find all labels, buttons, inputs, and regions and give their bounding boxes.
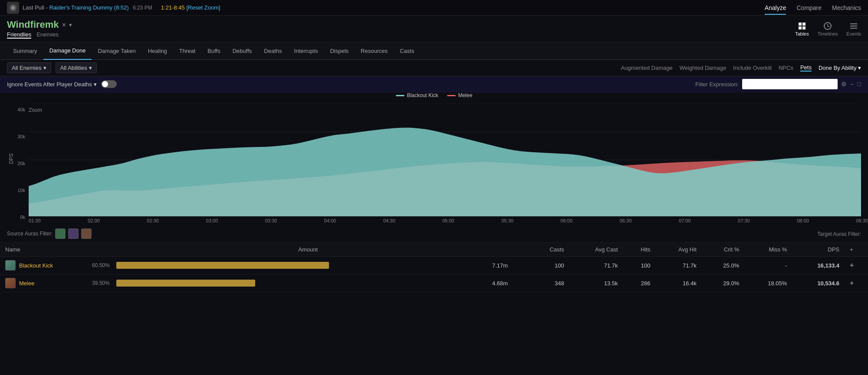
ability-name-melee: Melee [0,274,87,292]
source-aura-2[interactable] [68,228,79,239]
melee-bar-cell: 39.50% [87,274,487,292]
filter-done-by-ability[interactable]: Done By Ability ▾ [819,65,861,71]
x-label-0230: 02:30 [147,218,159,223]
auras-row: Source Auras Filter: Target Auras Filter… [0,225,868,243]
x-axis: 01:30 02:00 02:30 03:00 03:30 04:00 04:3… [29,216,868,225]
tab-threat[interactable]: Threat [173,42,202,60]
x-label-0500: 05:00 [442,218,454,223]
col-header-casts: Casts [529,243,569,257]
top-bar-right: Analyze Compare Mechanics [765,1,861,15]
svg-rect-2 [799,23,802,26]
melee-hits: 286 [623,274,656,292]
chart-legend: Blackout Kick Melee [0,92,868,98]
expand-icon[interactable]: □ [858,81,861,88]
view-events[interactable]: Events [846,22,861,36]
tab-damage-taken[interactable]: Damage Taken [92,42,141,60]
blackout-kick-legend-label: Blackout Kick [407,92,438,98]
blackout-kick-miss-pct: - [744,257,792,274]
x-label-0300: 03:00 [206,218,218,223]
blackout-kick-hits: 100 [623,257,656,274]
col-header-dps: DPS [792,243,845,257]
tab-deaths[interactable]: Deaths [258,42,288,60]
pull-prefix: Last Pull - [23,4,49,11]
svg-point-1 [11,6,15,10]
ignore-left: Ignore Events After Player Deaths ▾ [7,80,117,88]
nav-compare[interactable]: Compare [796,1,822,15]
svg-rect-7 [850,23,857,24]
tab-casts[interactable]: Casts [394,42,420,60]
tab-enemies[interactable]: Enemies [36,31,59,39]
filter-include-overkill[interactable]: Include Overkill [733,65,772,71]
view-timelines[interactable]: Timelines [818,22,838,36]
melee-pct: 39.50% [92,280,113,286]
player-name: Windfiremk [7,19,59,30]
tab-summary[interactable]: Summary [7,42,43,60]
target-auras-section: Target Auras Filter: [817,231,861,237]
player-edit-icon[interactable]: ✕ [62,22,66,28]
player-dropdown-icon[interactable]: ▾ [69,22,72,28]
x-label-0730: 07:30 [738,218,750,223]
col-header-crit-pct: Crit % [702,243,744,257]
tab-buffs[interactable]: Buffs [201,42,226,60]
melee-expand[interactable]: + [845,274,868,292]
melee-avg-hit: 16.4k [656,274,702,292]
filter-pets[interactable]: Pets [800,64,812,72]
blackout-kick-dps: 16,133.4 [792,257,845,274]
filter-augmented-damage[interactable]: Augmented Damage [621,65,672,71]
view-timelines-label: Timelines [818,31,838,36]
ignore-chevron-icon: ▾ [94,81,97,88]
filter-expression-input[interactable] [742,79,838,89]
blackout-kick-pct: 60.50% [92,262,113,268]
melee-icon [5,278,16,288]
blackout-kick-link[interactable]: Blackout Kick [19,262,53,269]
filter-right: Augmented Damage Weighted Damage Include… [621,64,861,72]
blackout-kick-expand[interactable]: + [845,257,868,274]
chart-wrapper: 40k 30k 20k 10k 0k DPS Zoom 01:30 02:00 [7,104,868,225]
reset-zoom-button[interactable]: [Reset Zoom] [186,4,220,11]
view-tables[interactable]: Tables [795,22,809,36]
view-events-label: Events [846,31,861,36]
svg-rect-4 [799,26,802,29]
source-aura-1[interactable] [55,228,66,239]
col-header-avg-hit: Avg Hit [656,243,702,257]
all-enemies-filter[interactable]: All Enemies ▾ [7,62,51,73]
filter-npcs[interactable]: NPCs [779,65,793,71]
y-label-20k: 20k [17,161,27,166]
damage-table: Name Amount Casts Avg Cast Hits Avg Hit … [0,243,868,292]
view-tables-label: Tables [795,31,809,36]
all-abilities-filter[interactable]: All Abilities ▾ [56,62,97,73]
nav-analyze[interactable]: Analyze [765,1,786,15]
blackout-kick-amount: 7.17m [487,257,529,274]
tab-resources[interactable]: Resources [355,42,394,60]
x-label-0600: 06:00 [561,218,573,223]
melee-dps: 10,534.6 [792,274,845,292]
blackout-kick-legend-dot [396,95,404,96]
x-label-0530: 05:30 [501,218,513,223]
target-auras-label: Target Auras Filter: [817,231,861,237]
dps-chart [29,104,861,216]
ignore-events-dropdown[interactable]: Ignore Events After Player Deaths ▾ [7,81,97,88]
melee-bar [116,280,255,287]
source-aura-3[interactable] [81,228,92,239]
tab-damage-done[interactable]: Damage Done [43,42,92,60]
col-header-miss-pct: Miss % [744,243,792,257]
minimize-icon[interactable]: − [850,81,854,88]
filter-weighted-damage[interactable]: Weighted Damage [680,65,726,71]
melee-link[interactable]: Melee [19,280,34,287]
tab-debuffs[interactable]: Debuffs [227,42,258,60]
gear-icon[interactable]: ⚙ [841,81,847,88]
blackout-kick-crit-pct: 25.0% [702,257,744,274]
col-header-name: Name [0,243,87,257]
top-bar: Last Pull - Raider's Training Dummy (8:5… [0,0,868,16]
tab-interrupts[interactable]: Interrupts [288,42,324,60]
tab-friendlies[interactable]: Friendlies [7,31,31,39]
nav-mechanics[interactable]: Mechanics [832,1,861,15]
ignore-toggle[interactable] [101,80,117,88]
tab-healing[interactable]: Healing [142,42,173,60]
table-header-row: Name Amount Casts Avg Cast Hits Avg Hit … [0,243,868,257]
filter-bar: All Enemies ▾ All Abilities ▾ Augmented … [0,60,868,76]
filter-expression-label: Filter Expression: [695,81,739,88]
logo-icon [7,2,19,14]
melee-crit-pct: 29.0% [702,274,744,292]
tab-dispels[interactable]: Dispels [324,42,355,60]
